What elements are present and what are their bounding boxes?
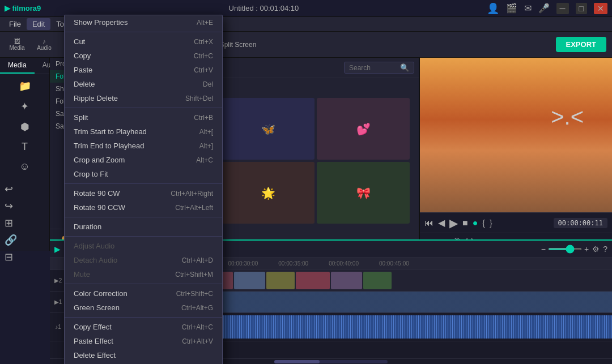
mail-icon[interactable]: ✉	[524, 3, 532, 14]
ctx-detach-audio: Detach Audio Ctrl+Alt+D	[65, 253, 222, 267]
clip-4[interactable]	[234, 272, 265, 289]
titlebar-left: ▶ filmora9	[5, 4, 41, 12]
search-box: 🔍	[344, 62, 414, 74]
ctx-ripple-delete[interactable]: Ripple Delete Shift+Del	[65, 91, 222, 105]
scrollbar-track[interactable]	[274, 360, 388, 363]
ctx-trim-start[interactable]: Trim Start to Playhead Alt+[	[65, 125, 222, 139]
sidebar-bottom-icons: ↩ ↪ ⊞ 🔗 ⊟	[0, 178, 49, 268]
play-button[interactable]: ▶	[449, 216, 458, 230]
record-button[interactable]: ●	[473, 218, 478, 228]
grid-icon[interactable]: ⊟	[5, 251, 45, 263]
clip-6[interactable]	[296, 272, 330, 289]
clip-5[interactable]	[266, 272, 295, 289]
tab-media[interactable]: Media	[0, 58, 35, 74]
menu-file[interactable]: File	[3, 18, 27, 30]
effect-item-2[interactable]: 💕	[317, 98, 410, 160]
sticker-icon[interactable]: ☺	[19, 161, 29, 173]
preview-background: >.<	[420, 58, 612, 212]
step-back-button[interactable]: ⏮	[424, 218, 434, 228]
clip-7[interactable]	[331, 272, 362, 289]
clip-8[interactable]	[363, 272, 392, 289]
media-toolbar-icon: 🖼	[14, 38, 20, 45]
export-button[interactable]: EXPORT	[556, 37, 606, 52]
bracket-in[interactable]: {	[482, 219, 485, 228]
effect-item-1[interactable]: 🦋	[222, 98, 315, 160]
import-icon[interactable]: 📁	[19, 80, 31, 92]
window-controls[interactable]: 👤 🎬 ✉ 🎤 ─ □ ✕	[487, 2, 607, 15]
ctx-paste[interactable]: Paste Ctrl+V	[65, 63, 222, 77]
title-icon[interactable]: T	[22, 141, 28, 153]
scrollbar-thumb[interactable]	[274, 360, 320, 363]
preview-controls: ⏮ ◀ ▶ ■ ● { } 00:00:00:11	[420, 212, 612, 233]
preview-video: >.<	[420, 58, 612, 212]
ctx-delete-effect[interactable]: Delete Effect	[65, 348, 222, 362]
preview-timecode: 00:00:00:11	[554, 218, 607, 228]
window-title: Untitled : 00:01:04:10	[229, 4, 299, 12]
toolbar-media[interactable]: 🖼 Media	[6, 37, 28, 52]
add-media-icon[interactable]: ⊞	[5, 217, 45, 229]
left-sidebar: Media Audio 📁 ✦ ⬢ T ☺ ↩ ↪ ⊞ 🔗 ⊟	[0, 58, 50, 251]
ctx-sep-5	[65, 236, 222, 237]
app-logo: ▶ filmora9	[5, 4, 41, 12]
ctx-delete[interactable]: Delete Del	[65, 77, 222, 91]
ctx-show-properties[interactable]: Show Properties Alt+E	[65, 15, 222, 29]
ctx-green-screen[interactable]: Green Screen Ctrl+Alt+G	[65, 301, 222, 315]
undo-icon[interactable]: ↩	[5, 183, 45, 195]
menu-edit[interactable]: Edit	[27, 18, 50, 30]
preview-panel: >.< ⏮ ◀ ▶ ■ ● { } 00:00:00:11 🖥 📷 🔊 ⛶	[419, 58, 612, 251]
tl-zoom-in-icon[interactable]: +	[584, 245, 589, 254]
close-button[interactable]: ✕	[594, 3, 607, 14]
play-back-button[interactable]: ◀	[438, 217, 445, 228]
context-menu: Show Properties Alt+E Cut Ctrl+X Copy Ct…	[64, 15, 223, 364]
stop-button[interactable]: ■	[462, 218, 468, 228]
search-input[interactable]	[349, 64, 400, 72]
sidebar-tabs: Media Audio	[0, 58, 49, 74]
transition-icon[interactable]: ⬢	[20, 121, 29, 133]
mic-icon[interactable]: 🎤	[538, 3, 550, 14]
ctx-trim-end[interactable]: Trim End to Playhead Alt+]	[65, 139, 222, 153]
ctx-sep-1	[65, 32, 222, 32]
tl-zoom-out-icon[interactable]: −	[541, 245, 546, 254]
tl-settings-icon[interactable]: ⚙	[592, 245, 600, 254]
tl-zoom-slider[interactable]	[548, 248, 582, 250]
preview-character: >.<	[551, 104, 584, 130]
ctx-sep-6	[65, 284, 222, 284]
tl-play-icon[interactable]: ▶	[54, 245, 61, 254]
ctx-split[interactable]: Split Ctrl+B	[65, 110, 222, 125]
redo-icon[interactable]: ↪	[5, 200, 45, 212]
toolbar-audio[interactable]: ♪ Audio	[33, 37, 56, 52]
ctx-crop-zoom[interactable]: Crop and Zoom Alt+C	[65, 153, 222, 167]
ctx-copy-effect[interactable]: Copy Effect Ctrl+Alt+C	[65, 320, 222, 334]
minimize-button[interactable]: ─	[556, 3, 569, 14]
audio-toolbar-icon: ♪	[42, 38, 46, 45]
sidebar-icon-list: 📁 ✦ ⬢ T ☺	[0, 74, 49, 178]
ctx-color-correction[interactable]: Color Correction Ctrl+Shift+C	[65, 286, 222, 301]
effect-item-4[interactable]: 🌟	[222, 162, 315, 224]
ctx-copy[interactable]: Copy Ctrl+C	[65, 49, 222, 63]
ctx-crop-fit[interactable]: Crop to Fit	[65, 167, 222, 181]
search-icon: 🔍	[400, 63, 409, 72]
maximize-button[interactable]: □	[576, 3, 587, 14]
tl-zoom-slider-area: − +	[541, 245, 589, 254]
ctx-cut[interactable]: Cut Ctrl+X	[65, 35, 222, 49]
ctx-sep-4	[65, 217, 222, 217]
link-icon[interactable]: 🔗	[5, 234, 45, 246]
profile-icon[interactable]: 👤	[487, 2, 499, 15]
ctx-duration[interactable]: Duration	[65, 220, 222, 234]
media-icon[interactable]: 🎬	[506, 3, 517, 14]
ctx-rotate-ccw[interactable]: Rotate 90 CCW Ctrl+Alt+Left	[65, 200, 222, 215]
ctx-sep-3	[65, 183, 222, 184]
effect-icon[interactable]: ✦	[20, 100, 29, 113]
ctx-adjust-audio: Adjust Audio	[65, 239, 222, 253]
ctx-rotate-cw[interactable]: Rotate 90 CW Ctrl+Alt+Right	[65, 186, 222, 200]
bracket-out[interactable]: }	[490, 219, 492, 228]
effect-item-5[interactable]: 🎀	[317, 162, 410, 224]
tl-help-icon[interactable]: ?	[603, 245, 607, 254]
ctx-sep-2	[65, 108, 222, 108]
ctx-mute: Mute Ctrl+Shift+M	[65, 267, 222, 281]
ctx-sep-7	[65, 317, 222, 318]
ctx-paste-effect[interactable]: Paste Effect Ctrl+Alt+V	[65, 334, 222, 348]
